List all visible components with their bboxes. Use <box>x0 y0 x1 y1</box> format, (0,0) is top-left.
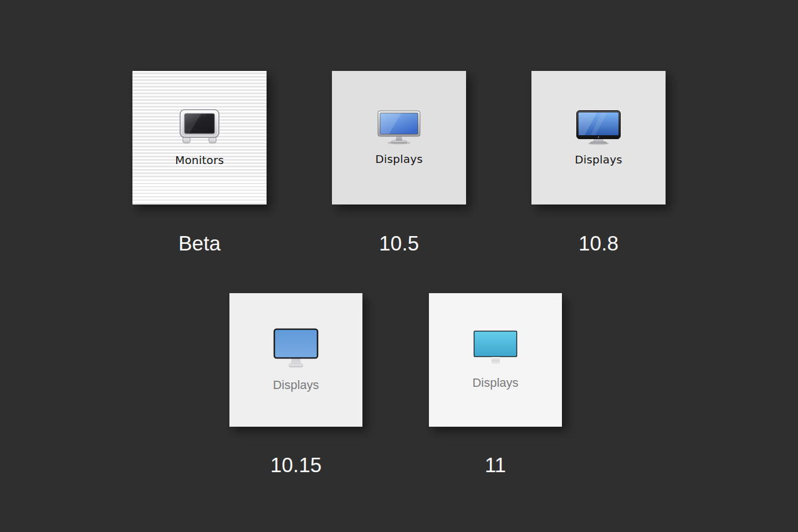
preference-pane-tile-beta[interactable]: Monitors <box>132 71 267 204</box>
preference-pane-tile-10-8[interactable]: Displays <box>531 71 666 204</box>
aluminum-lcd-display-icon <box>377 110 421 145</box>
version-label-10-5: 10.5 <box>332 232 466 256</box>
version-label-11: 11 <box>429 453 562 478</box>
pane-label: Displays <box>472 376 518 390</box>
black-bezel-display-icon <box>576 110 621 145</box>
pane-label: Monitors <box>175 154 224 167</box>
pane-label: Displays <box>273 378 319 392</box>
preference-pane-tile-10-5[interactable]: Displays <box>332 71 466 204</box>
version-label-10-15: 10.15 <box>229 453 362 478</box>
version-label-10-8: 10.8 <box>531 232 666 256</box>
flat-blue-display-icon <box>273 328 319 368</box>
pane-label: Displays <box>375 152 423 166</box>
version-label-beta: Beta <box>132 232 267 256</box>
pro-display-xdr-icon <box>473 330 518 366</box>
crt-monitor-icon <box>180 109 219 146</box>
preference-pane-tile-10-15[interactable]: Displays <box>229 293 362 427</box>
pane-label: Displays <box>575 153 622 166</box>
preference-pane-tile-11[interactable]: Displays <box>429 293 562 427</box>
